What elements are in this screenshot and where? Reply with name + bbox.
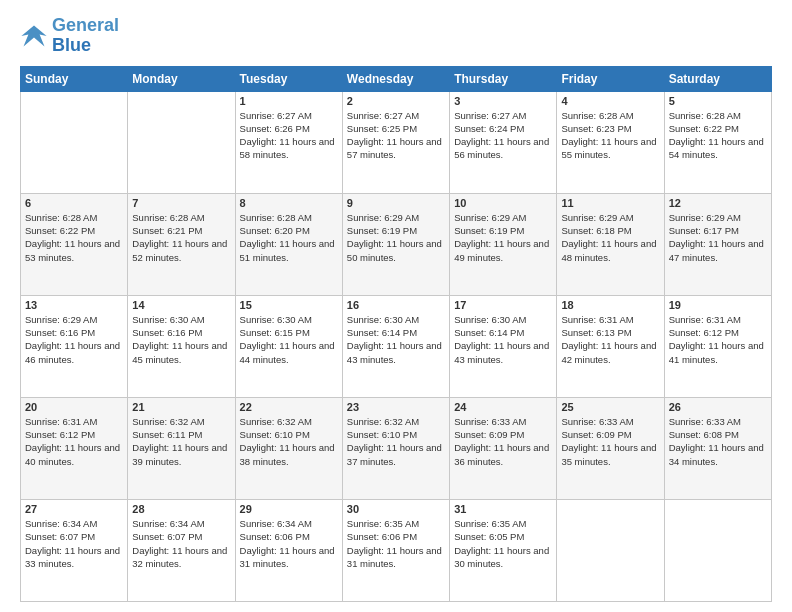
day-cell: [128, 91, 235, 193]
day-info: Sunrise: 6:29 AM Sunset: 6:18 PM Dayligh…: [561, 211, 659, 264]
day-info: Sunrise: 6:34 AM Sunset: 6:07 PM Dayligh…: [132, 517, 230, 570]
day-cell: [664, 499, 771, 601]
day-number: 2: [347, 95, 445, 107]
day-cell: 10Sunrise: 6:29 AM Sunset: 6:19 PM Dayli…: [450, 193, 557, 295]
calendar: SundayMondayTuesdayWednesdayThursdayFrid…: [20, 66, 772, 602]
day-info: Sunrise: 6:31 AM Sunset: 6:13 PM Dayligh…: [561, 313, 659, 366]
weekday-header-monday: Monday: [128, 66, 235, 91]
day-number: 13: [25, 299, 123, 311]
day-cell: 27Sunrise: 6:34 AM Sunset: 6:07 PM Dayli…: [21, 499, 128, 601]
day-info: Sunrise: 6:27 AM Sunset: 6:25 PM Dayligh…: [347, 109, 445, 162]
day-info: Sunrise: 6:28 AM Sunset: 6:23 PM Dayligh…: [561, 109, 659, 162]
logo-text: General Blue: [52, 16, 119, 56]
day-cell: 2Sunrise: 6:27 AM Sunset: 6:25 PM Daylig…: [342, 91, 449, 193]
day-cell: 8Sunrise: 6:28 AM Sunset: 6:20 PM Daylig…: [235, 193, 342, 295]
day-info: Sunrise: 6:30 AM Sunset: 6:14 PM Dayligh…: [347, 313, 445, 366]
day-info: Sunrise: 6:33 AM Sunset: 6:09 PM Dayligh…: [454, 415, 552, 468]
day-info: Sunrise: 6:29 AM Sunset: 6:17 PM Dayligh…: [669, 211, 767, 264]
day-cell: 26Sunrise: 6:33 AM Sunset: 6:08 PM Dayli…: [664, 397, 771, 499]
day-cell: 9Sunrise: 6:29 AM Sunset: 6:19 PM Daylig…: [342, 193, 449, 295]
day-info: Sunrise: 6:34 AM Sunset: 6:07 PM Dayligh…: [25, 517, 123, 570]
day-info: Sunrise: 6:33 AM Sunset: 6:08 PM Dayligh…: [669, 415, 767, 468]
day-number: 26: [669, 401, 767, 413]
weekday-header-saturday: Saturday: [664, 66, 771, 91]
week-row-3: 13Sunrise: 6:29 AM Sunset: 6:16 PM Dayli…: [21, 295, 772, 397]
day-info: Sunrise: 6:30 AM Sunset: 6:15 PM Dayligh…: [240, 313, 338, 366]
day-info: Sunrise: 6:28 AM Sunset: 6:22 PM Dayligh…: [669, 109, 767, 162]
day-info: Sunrise: 6:32 AM Sunset: 6:10 PM Dayligh…: [347, 415, 445, 468]
day-number: 9: [347, 197, 445, 209]
week-row-2: 6Sunrise: 6:28 AM Sunset: 6:22 PM Daylig…: [21, 193, 772, 295]
day-info: Sunrise: 6:28 AM Sunset: 6:21 PM Dayligh…: [132, 211, 230, 264]
day-cell: 22Sunrise: 6:32 AM Sunset: 6:10 PM Dayli…: [235, 397, 342, 499]
day-info: Sunrise: 6:35 AM Sunset: 6:05 PM Dayligh…: [454, 517, 552, 570]
day-cell: 14Sunrise: 6:30 AM Sunset: 6:16 PM Dayli…: [128, 295, 235, 397]
day-number: 25: [561, 401, 659, 413]
day-number: 29: [240, 503, 338, 515]
weekday-header-row: SundayMondayTuesdayWednesdayThursdayFrid…: [21, 66, 772, 91]
day-info: Sunrise: 6:27 AM Sunset: 6:26 PM Dayligh…: [240, 109, 338, 162]
day-number: 16: [347, 299, 445, 311]
day-info: Sunrise: 6:30 AM Sunset: 6:14 PM Dayligh…: [454, 313, 552, 366]
day-cell: 12Sunrise: 6:29 AM Sunset: 6:17 PM Dayli…: [664, 193, 771, 295]
day-info: Sunrise: 6:32 AM Sunset: 6:10 PM Dayligh…: [240, 415, 338, 468]
logo-icon: [20, 22, 48, 50]
weekday-header-wednesday: Wednesday: [342, 66, 449, 91]
day-cell: 24Sunrise: 6:33 AM Sunset: 6:09 PM Dayli…: [450, 397, 557, 499]
day-cell: 25Sunrise: 6:33 AM Sunset: 6:09 PM Dayli…: [557, 397, 664, 499]
day-cell: 20Sunrise: 6:31 AM Sunset: 6:12 PM Dayli…: [21, 397, 128, 499]
day-number: 6: [25, 197, 123, 209]
day-number: 23: [347, 401, 445, 413]
day-info: Sunrise: 6:29 AM Sunset: 6:19 PM Dayligh…: [347, 211, 445, 264]
day-cell: 23Sunrise: 6:32 AM Sunset: 6:10 PM Dayli…: [342, 397, 449, 499]
day-info: Sunrise: 6:32 AM Sunset: 6:11 PM Dayligh…: [132, 415, 230, 468]
day-cell: 28Sunrise: 6:34 AM Sunset: 6:07 PM Dayli…: [128, 499, 235, 601]
day-cell: 17Sunrise: 6:30 AM Sunset: 6:14 PM Dayli…: [450, 295, 557, 397]
weekday-header-friday: Friday: [557, 66, 664, 91]
svg-marker-0: [21, 25, 46, 46]
day-cell: 31Sunrise: 6:35 AM Sunset: 6:05 PM Dayli…: [450, 499, 557, 601]
day-number: 8: [240, 197, 338, 209]
day-number: 3: [454, 95, 552, 107]
day-cell: 11Sunrise: 6:29 AM Sunset: 6:18 PM Dayli…: [557, 193, 664, 295]
day-number: 11: [561, 197, 659, 209]
day-cell: 4Sunrise: 6:28 AM Sunset: 6:23 PM Daylig…: [557, 91, 664, 193]
day-number: 22: [240, 401, 338, 413]
day-cell: 21Sunrise: 6:32 AM Sunset: 6:11 PM Dayli…: [128, 397, 235, 499]
day-number: 31: [454, 503, 552, 515]
day-cell: 30Sunrise: 6:35 AM Sunset: 6:06 PM Dayli…: [342, 499, 449, 601]
day-number: 27: [25, 503, 123, 515]
day-number: 24: [454, 401, 552, 413]
day-info: Sunrise: 6:33 AM Sunset: 6:09 PM Dayligh…: [561, 415, 659, 468]
day-number: 10: [454, 197, 552, 209]
day-cell: 1Sunrise: 6:27 AM Sunset: 6:26 PM Daylig…: [235, 91, 342, 193]
day-number: 14: [132, 299, 230, 311]
weekday-header-sunday: Sunday: [21, 66, 128, 91]
day-info: Sunrise: 6:34 AM Sunset: 6:06 PM Dayligh…: [240, 517, 338, 570]
day-info: Sunrise: 6:28 AM Sunset: 6:22 PM Dayligh…: [25, 211, 123, 264]
day-info: Sunrise: 6:31 AM Sunset: 6:12 PM Dayligh…: [669, 313, 767, 366]
day-number: 30: [347, 503, 445, 515]
day-cell: 18Sunrise: 6:31 AM Sunset: 6:13 PM Dayli…: [557, 295, 664, 397]
day-number: 15: [240, 299, 338, 311]
day-cell: [557, 499, 664, 601]
day-number: 19: [669, 299, 767, 311]
week-row-5: 27Sunrise: 6:34 AM Sunset: 6:07 PM Dayli…: [21, 499, 772, 601]
week-row-1: 1Sunrise: 6:27 AM Sunset: 6:26 PM Daylig…: [21, 91, 772, 193]
weekday-header-thursday: Thursday: [450, 66, 557, 91]
day-info: Sunrise: 6:29 AM Sunset: 6:16 PM Dayligh…: [25, 313, 123, 366]
logo: General Blue: [20, 16, 119, 56]
day-cell: 3Sunrise: 6:27 AM Sunset: 6:24 PM Daylig…: [450, 91, 557, 193]
day-cell: 5Sunrise: 6:28 AM Sunset: 6:22 PM Daylig…: [664, 91, 771, 193]
day-info: Sunrise: 6:31 AM Sunset: 6:12 PM Dayligh…: [25, 415, 123, 468]
day-number: 5: [669, 95, 767, 107]
day-info: Sunrise: 6:28 AM Sunset: 6:20 PM Dayligh…: [240, 211, 338, 264]
week-row-4: 20Sunrise: 6:31 AM Sunset: 6:12 PM Dayli…: [21, 397, 772, 499]
day-number: 28: [132, 503, 230, 515]
day-cell: 15Sunrise: 6:30 AM Sunset: 6:15 PM Dayli…: [235, 295, 342, 397]
day-number: 18: [561, 299, 659, 311]
day-info: Sunrise: 6:29 AM Sunset: 6:19 PM Dayligh…: [454, 211, 552, 264]
day-cell: 6Sunrise: 6:28 AM Sunset: 6:22 PM Daylig…: [21, 193, 128, 295]
day-number: 20: [25, 401, 123, 413]
day-cell: 29Sunrise: 6:34 AM Sunset: 6:06 PM Dayli…: [235, 499, 342, 601]
